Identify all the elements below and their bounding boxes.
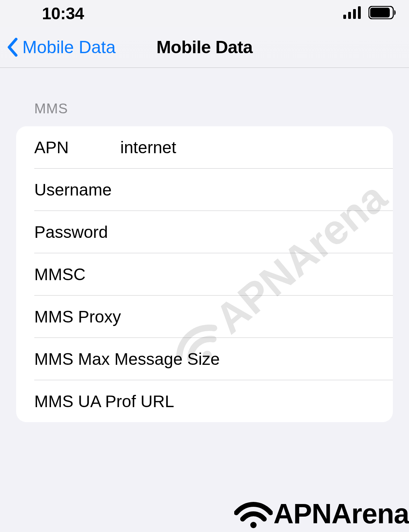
apnarena-logo: APNArena [234, 498, 409, 530]
row-mms-proxy[interactable]: MMS Proxy [16, 296, 393, 338]
input-mms-max-size[interactable] [337, 338, 393, 380]
label-apn: APN [16, 138, 120, 157]
row-username[interactable]: Username [16, 169, 393, 211]
svg-point-7 [250, 522, 257, 528]
svg-rect-1 [348, 12, 351, 19]
label-username: Username [16, 180, 120, 199]
row-mms-ua-prof-url[interactable]: MMS UA Prof URL [16, 380, 393, 422]
section-header-mms: MMS [34, 101, 409, 116]
status-time: 10:34 [42, 4, 84, 23]
row-password[interactable]: Password [16, 211, 393, 253]
mms-settings-group: APN Username Password MMSC MMS Proxy MMS… [16, 126, 393, 422]
input-username[interactable] [120, 169, 393, 211]
label-mms-ua-prof-url: MMS UA Prof URL [16, 392, 337, 411]
input-mms-proxy[interactable] [121, 296, 393, 338]
cellular-signal-icon [343, 6, 362, 20]
svg-rect-3 [358, 6, 361, 19]
svg-rect-5 [370, 8, 390, 17]
input-mms-ua-prof-url[interactable] [337, 380, 393, 422]
row-mmsc[interactable]: MMSC [16, 253, 393, 295]
label-mms-proxy: MMS Proxy [16, 307, 121, 326]
nav-bar: Mobile Data Mobile Data [0, 27, 409, 68]
svg-rect-0 [343, 15, 346, 19]
battery-icon [368, 6, 396, 21]
label-password: Password [16, 222, 120, 242]
status-bar: 10:34 [0, 0, 409, 27]
input-mmsc[interactable] [120, 253, 393, 295]
logo-text: APNArena [273, 498, 409, 530]
row-mms-max-size[interactable]: MMS Max Message Size [16, 338, 393, 380]
back-label: Mobile Data [22, 37, 116, 57]
row-apn[interactable]: APN [16, 126, 393, 168]
label-mmsc: MMSC [16, 265, 120, 284]
back-button[interactable]: Mobile Data [6, 37, 116, 57]
label-mms-max-size: MMS Max Message Size [16, 349, 337, 369]
page-title: Mobile Data [156, 37, 252, 57]
wifi-icon [234, 499, 273, 529]
svg-rect-2 [353, 9, 356, 19]
chevron-left-icon [6, 38, 18, 57]
input-apn[interactable] [120, 126, 393, 168]
input-password[interactable] [120, 211, 393, 253]
